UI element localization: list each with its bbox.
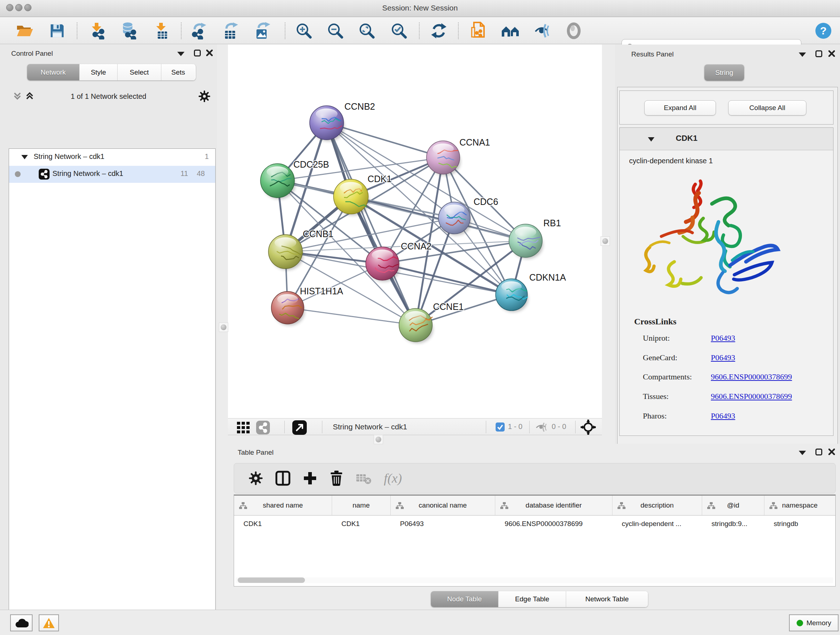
network-graph[interactable]: CCNB2CCNA1CDC25BCDK1CDC6RB1CCNB1CCNA2CDK…: [228, 44, 602, 418]
close-panel-icon[interactable]: [829, 448, 835, 455]
column-header-id[interactable]: @id: [702, 496, 764, 515]
column-header-description[interactable]: description: [613, 496, 702, 515]
section-collapse-icon[interactable]: [648, 137, 654, 141]
import-network-database-button[interactable]: [117, 20, 140, 42]
column-label: name: [352, 501, 370, 509]
column-header-database-identifier[interactable]: database identifier: [495, 496, 613, 515]
tab-edge-table[interactable]: Edge Table: [499, 591, 566, 607]
network-row[interactable]: String Network – cdk1 11 48: [9, 166, 215, 183]
tab-style[interactable]: Style: [80, 64, 118, 80]
node-table[interactable]: shared name name canonical name database…: [234, 494, 836, 586]
export-table-button[interactable]: [219, 20, 242, 42]
network-view-toolbar: String Network – cdk1 1 - 0 0 - 0: [228, 418, 602, 435]
float-panel-icon[interactable]: [815, 448, 822, 455]
toggle-view-button[interactable]: [562, 20, 585, 42]
column-header-shared-name[interactable]: shared name: [234, 496, 332, 515]
zoom-fit-button[interactable]: [355, 20, 378, 42]
right-splitter-handle[interactable]: [600, 236, 610, 246]
zoom-selected-icon: [390, 22, 408, 40]
protein-node-cdkn1a[interactable]: [496, 279, 528, 310]
collapse-triangle-icon[interactable]: [21, 155, 28, 159]
float-panel-icon[interactable]: [815, 50, 822, 57]
grid-view-icon[interactable]: [237, 422, 250, 433]
save-session-button[interactable]: [46, 20, 69, 42]
network-canvas[interactable]: CCNB2CCNA1CDC25BCDK1CDC6RB1CCNB1CCNA2CDK…: [228, 44, 602, 418]
string-import-button[interactable]: [467, 20, 490, 42]
import-network-file-button[interactable]: [85, 20, 109, 42]
protein-node-ccnb1[interactable]: [268, 234, 303, 269]
tab-select[interactable]: Select: [118, 64, 161, 80]
protein-node-rb1[interactable]: [509, 224, 542, 257]
expand-all-networks-icon[interactable]: [25, 92, 34, 101]
warnings-button[interactable]: [39, 614, 59, 631]
function-builder-icon: f(x): [384, 470, 402, 486]
panel-menu-icon[interactable]: [177, 52, 185, 56]
help-button[interactable]: ?: [812, 20, 835, 42]
column-header-canonical-name[interactable]: canonical name: [391, 496, 495, 515]
show-panels-button[interactable]: [499, 20, 522, 42]
zoom-selected-button[interactable]: [387, 20, 411, 42]
zoom-out-icon: [327, 22, 344, 40]
protein-node-cdk1[interactable]: [333, 179, 368, 214]
close-panel-icon[interactable]: [829, 50, 835, 57]
protein-node-cdc6[interactable]: [439, 202, 470, 234]
export-image-button[interactable]: [250, 20, 273, 42]
network-collection-row[interactable]: String Network – cdk1 1: [9, 149, 215, 166]
crosslink-tissues-link[interactable]: 9606.ENSP00000378699: [711, 392, 792, 401]
tab-network[interactable]: Network: [27, 64, 80, 80]
cloud-icon: [14, 618, 28, 628]
network-options-gear-icon[interactable]: [198, 90, 210, 103]
horizontal-scrollbar[interactable]: [235, 578, 833, 583]
collapse-all-button[interactable]: Collapse All: [728, 100, 806, 116]
import-network-icon: [88, 22, 105, 40]
tab-string[interactable]: String: [704, 65, 744, 81]
node-label-ccna1: CCNA1: [459, 137, 490, 147]
collection-label: String Network – cdk1: [34, 152, 104, 161]
crosslink-uniprot-link[interactable]: P06493: [711, 333, 735, 343]
tab-node-table[interactable]: Node Table: [431, 591, 499, 607]
fit-selected-crosshair-icon[interactable]: [581, 420, 596, 435]
zoom-out-button[interactable]: [324, 20, 347, 42]
tab-network-table[interactable]: Network Table: [566, 591, 648, 607]
export-network-button[interactable]: [187, 20, 210, 42]
crosslink-pharos-link[interactable]: P06493: [711, 411, 735, 421]
delete-column-trash-icon[interactable]: [330, 470, 343, 486]
protein-node-ccnb2[interactable]: [309, 106, 344, 140]
column-header-namespace[interactable]: namespace: [764, 496, 835, 515]
show-columns-icon[interactable]: [275, 470, 291, 486]
gene-section-header[interactable]: CDK1: [620, 128, 833, 150]
create-column-plus-icon[interactable]: [303, 471, 317, 486]
scrollbar-thumb[interactable]: [238, 578, 305, 583]
left-splitter-handle[interactable]: [219, 323, 228, 332]
hide-panels-button[interactable]: [531, 20, 554, 42]
tab-sets[interactable]: Sets: [161, 64, 195, 80]
protein-node-hist1h1a[interactable]: [271, 291, 304, 324]
protein-node-ccna1[interactable]: [426, 141, 460, 174]
memory-button[interactable]: Memory: [789, 614, 838, 631]
horizontal-splitter-handle[interactable]: [374, 435, 383, 444]
node-label-cdc25b: CDC25B: [294, 159, 329, 169]
birds-eye-view-icon[interactable]: [292, 420, 307, 435]
panel-menu-icon[interactable]: [799, 451, 806, 455]
panel-menu-icon[interactable]: [799, 52, 806, 57]
crosslink-genecard-link[interactable]: P06493: [711, 353, 735, 363]
protein-node-ccne1[interactable]: [399, 309, 433, 342]
collapse-all-networks-icon[interactable]: [13, 92, 22, 101]
crosslink-compartments-link[interactable]: 9606.ENSP00000378699: [711, 372, 792, 382]
refresh-layout-button[interactable]: [427, 20, 450, 42]
column-type-icon: [500, 502, 508, 509]
protein-node-ccna2[interactable]: [366, 247, 399, 280]
column-header-name[interactable]: name: [332, 496, 391, 515]
table-options-gear-icon[interactable]: [248, 471, 263, 486]
close-panel-icon[interactable]: [206, 50, 213, 56]
protein-node-cdc25b[interactable]: [261, 164, 294, 198]
network-list-icon[interactable]: [256, 421, 270, 434]
float-panel-icon[interactable]: [194, 50, 201, 57]
open-session-button[interactable]: [13, 20, 36, 42]
table-row[interactable]: CDK1 CDK1 P06493 9606.ENSP00000378699 cy…: [234, 516, 835, 532]
expand-all-button[interactable]: Expand All: [644, 100, 716, 116]
selected-checkbox-icon[interactable]: [496, 423, 505, 432]
import-table-file-button[interactable]: [150, 20, 173, 42]
zoom-in-button[interactable]: [292, 20, 316, 42]
cloud-status-button[interactable]: [10, 614, 33, 631]
